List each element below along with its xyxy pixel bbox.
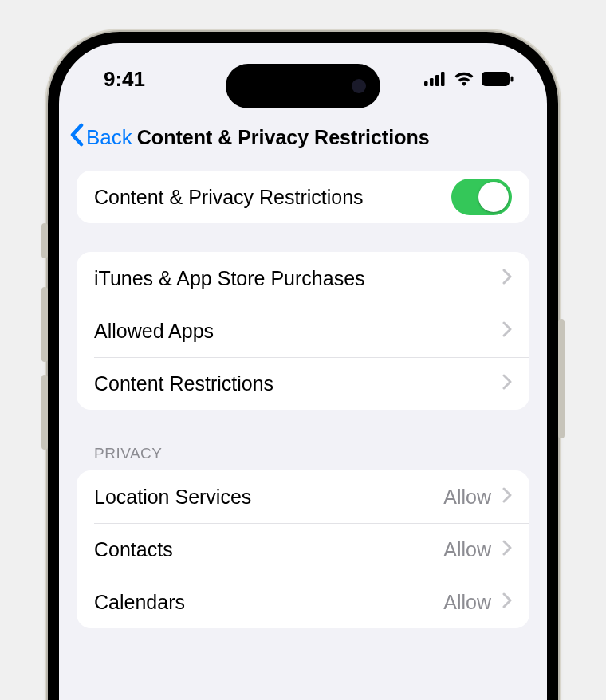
row-label: Content Restrictions xyxy=(94,372,502,395)
chevron-right-icon xyxy=(502,269,512,288)
svg-rect-1 xyxy=(430,78,434,86)
chevron-right-icon xyxy=(502,592,512,612)
row-label: Allowed Apps xyxy=(94,320,502,343)
svg-rect-0 xyxy=(424,81,428,86)
location-services-row[interactable]: Location Services Allow xyxy=(77,470,529,523)
phone-frame: 9:41 xyxy=(48,32,558,700)
itunes-app-store-row[interactable]: iTunes & App Store Purchases xyxy=(77,252,529,305)
main-group: iTunes & App Store Purchases Allowed App… xyxy=(77,252,529,410)
svg-rect-3 xyxy=(441,72,445,86)
volume-down-button xyxy=(41,375,48,450)
toggle-label: Content & Privacy Restrictions xyxy=(94,186,451,209)
restrictions-switch[interactable] xyxy=(451,179,512,215)
cellular-icon xyxy=(424,72,447,86)
svg-rect-5 xyxy=(511,77,514,82)
switch-knob xyxy=(478,182,509,212)
back-button[interactable]: Back xyxy=(69,123,132,152)
restrictions-toggle-row[interactable]: Content & Privacy Restrictions xyxy=(77,171,529,223)
toggle-group: Content & Privacy Restrictions xyxy=(77,171,529,223)
chevron-right-icon xyxy=(502,374,512,393)
privacy-group: Location Services Allow Contacts Allow C… xyxy=(77,470,529,628)
chevron-right-icon xyxy=(502,540,512,559)
row-label: Contacts xyxy=(94,538,443,561)
allowed-apps-row[interactable]: Allowed Apps xyxy=(77,305,529,357)
chevron-right-icon xyxy=(502,321,512,340)
power-button xyxy=(558,319,565,438)
row-label: iTunes & App Store Purchases xyxy=(94,267,502,290)
row-value: Allow xyxy=(443,538,491,561)
content: Content & Privacy Restrictions iTunes & … xyxy=(59,171,547,663)
back-label: Back xyxy=(86,125,132,150)
content-restrictions-row[interactable]: Content Restrictions xyxy=(77,357,529,410)
screen: 9:41 xyxy=(59,43,547,700)
svg-rect-2 xyxy=(435,75,439,86)
nav-bar: Back Content & Privacy Restrictions xyxy=(59,115,547,159)
row-label: Location Services xyxy=(94,486,443,509)
contacts-row[interactable]: Contacts Allow xyxy=(77,523,529,576)
svg-rect-4 xyxy=(482,72,510,86)
volume-up-button xyxy=(41,287,48,362)
status-time: 9:41 xyxy=(104,67,145,92)
chevron-left-icon xyxy=(69,123,86,152)
chevron-right-icon xyxy=(502,487,512,506)
row-value: Allow xyxy=(443,591,491,614)
battery-icon xyxy=(482,72,514,86)
status-icons xyxy=(424,72,514,86)
privacy-section-header: PRIVACY xyxy=(77,445,529,470)
row-value: Allow xyxy=(443,486,491,509)
row-label: Calendars xyxy=(94,591,443,614)
page-title: Content & Privacy Restrictions xyxy=(137,126,430,149)
calendars-row[interactable]: Calendars Allow xyxy=(77,576,529,628)
dynamic-island xyxy=(226,64,380,108)
wifi-icon xyxy=(454,72,474,86)
silence-switch xyxy=(41,223,48,258)
